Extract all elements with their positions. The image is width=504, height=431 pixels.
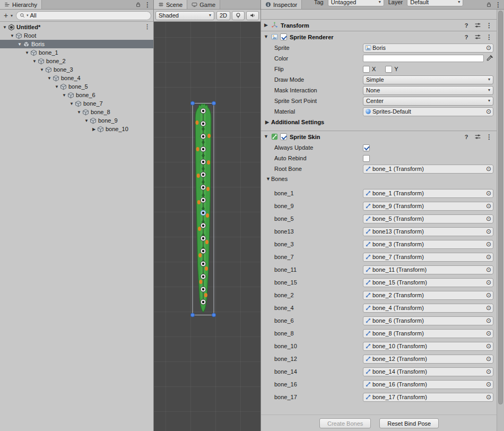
object-picker-icon[interactable]: ⊙ (486, 216, 491, 222)
bone-object-field[interactable]: bone_11 (Transform) ⊙ (363, 265, 493, 274)
additional-settings-foldout[interactable]: Additional Settings (261, 117, 497, 127)
tag-dropdown[interactable]: Untagged ▾ (328, 0, 384, 6)
help-icon[interactable] (463, 22, 470, 29)
foldout-arrow[interactable]: ▼ (16, 42, 23, 47)
kebab-menu-icon[interactable]: ⋮ (144, 2, 151, 8)
sprite-renderer-header[interactable]: Sprite Renderer ⋮ (261, 31, 497, 42)
foldout-arrow-icon[interactable] (265, 177, 271, 182)
object-picker-icon[interactable]: ⊙ (486, 356, 491, 362)
tab-scene[interactable]: Scene (154, 0, 187, 9)
hierarchy-row[interactable]: ▼ bone_6 (0, 91, 153, 99)
hierarchy-row[interactable]: ▼ bone_7 (0, 99, 153, 108)
hierarchy-row[interactable]: ▼ bone_1 (0, 48, 153, 57)
bone-object-field[interactable]: bone_15 (Transform) ⊙ (363, 278, 493, 287)
bone-object-field[interactable]: bone_12 (Transform) ⊙ (363, 355, 493, 364)
bone-object-field[interactable]: bone_17 (Transform) ⊙ (363, 393, 493, 402)
object-picker-icon[interactable]: ⊙ (486, 254, 491, 260)
hierarchy-row[interactable]: ▶ bone_10 (0, 125, 153, 133)
create-dropdown-caret[interactable]: ▾ (11, 13, 15, 18)
layer-dropdown[interactable]: Default ▾ (407, 0, 463, 6)
flip-x-checkbox[interactable] (363, 66, 370, 73)
object-picker-icon[interactable]: ⊙ (486, 108, 491, 115)
scene-canvas[interactable] (154, 22, 260, 431)
bones-foldout[interactable]: Bones (261, 174, 497, 184)
shading-mode-dropdown[interactable]: Shaded ▾ (155, 11, 214, 20)
foldout-arrow-icon[interactable] (263, 23, 269, 28)
bone-object-field[interactable]: bone_4 (Transform) ⊙ (363, 304, 493, 313)
tab-inspector[interactable]: Inspector (261, 0, 302, 9)
hierarchy-row[interactable]: ▼ bone_3 (0, 65, 153, 74)
bone-object-field[interactable]: bone_10 (Transform) ⊙ (363, 342, 493, 351)
scrollbar-thumb[interactable] (498, 11, 503, 404)
foldout-arrow[interactable]: ▼ (31, 59, 38, 64)
hierarchy-row[interactable]: ▼ bone_5 (0, 82, 153, 91)
object-picker-icon[interactable]: ⊙ (486, 279, 491, 286)
tab-hierarchy[interactable]: Hierarchy (0, 0, 42, 9)
object-picker-icon[interactable]: ⊙ (486, 394, 491, 400)
help-icon[interactable] (463, 34, 470, 40)
sprite-sort-point-dropdown[interactable]: Center ▾ (363, 97, 493, 106)
object-picker-icon[interactable]: ⊙ (486, 266, 491, 273)
material-object-field[interactable]: Sprites-Default ⊙ (363, 107, 493, 116)
bone-object-field[interactable]: bone13 (Transform) ⊙ (363, 227, 493, 236)
object-picker-icon[interactable]: ⊙ (486, 368, 491, 375)
foldout-arrow[interactable]: ▼ (46, 76, 53, 81)
presets-icon[interactable] (474, 33, 481, 40)
object-picker-icon[interactable]: ⊙ (486, 330, 491, 337)
auto-rebind-checkbox[interactable] (363, 155, 370, 162)
scene-viewport[interactable] (154, 22, 260, 431)
bone-object-field[interactable]: bone_1 (Transform) ⊙ (363, 189, 493, 198)
foldout-arrow[interactable]: ▼ (9, 33, 15, 38)
foldout-arrow[interactable]: ▼ (39, 67, 45, 72)
foldout-arrow[interactable]: ▼ (24, 50, 30, 55)
foldout-arrow[interactable]: ▼ (76, 110, 82, 115)
foldout-arrow[interactable]: ▶ (91, 127, 97, 132)
object-picker-icon[interactable]: ⊙ (486, 203, 491, 209)
eyedropper-icon[interactable] (486, 55, 493, 62)
foldout-arrow-icon[interactable] (263, 35, 269, 39)
audio-toggle-button[interactable] (246, 11, 259, 20)
bone-object-field[interactable]: bone_7 (Transform) ⊙ (363, 253, 493, 262)
object-picker-icon[interactable]: ⊙ (486, 381, 491, 387)
mask-interaction-dropdown[interactable]: None ▾ (363, 86, 493, 95)
bone-object-field[interactable]: bone_2 (Transform) ⊙ (363, 291, 493, 300)
foldout-arrow[interactable]: ▼ (54, 84, 60, 89)
bone-object-field[interactable]: bone_16 (Transform) ⊙ (363, 380, 493, 389)
foldout-arrow-icon[interactable] (263, 134, 269, 139)
kebab-menu-icon[interactable]: ⋮ (486, 134, 492, 140)
sprite-object-field[interactable]: Boris ⊙ (363, 44, 493, 53)
lighting-toggle-button[interactable] (232, 11, 245, 20)
hierarchy-row[interactable]: ▼ bone_2 (0, 57, 153, 65)
foldout-arrow[interactable]: ▼ (61, 93, 67, 98)
foldout-arrow[interactable]: ▼ (2, 25, 8, 30)
object-picker-icon[interactable]: ⊙ (486, 190, 491, 196)
bone-object-field[interactable]: bone_3 (Transform) ⊙ (363, 240, 493, 249)
foldout-arrow[interactable]: ▼ (83, 118, 90, 123)
sprite-skin-header[interactable]: Sprite Skin ⋮ (261, 131, 497, 142)
bone-object-field[interactable]: bone_6 (Transform) ⊙ (363, 316, 493, 325)
presets-icon[interactable] (474, 22, 481, 29)
object-picker-icon[interactable]: ⊙ (486, 241, 491, 247)
presets-icon[interactable] (474, 133, 481, 140)
2d-toggle-button[interactable]: 2D (216, 11, 230, 20)
hierarchy-search-field[interactable]: ▾ All (16, 11, 151, 20)
object-picker-icon[interactable]: ⊙ (486, 45, 491, 51)
object-picker-icon[interactable]: ⊙ (486, 292, 491, 298)
create-bones-button[interactable]: Create Bones (319, 418, 371, 428)
hierarchy-row[interactable]: ▼ bone_9 (0, 116, 153, 125)
reset-bind-pose-button[interactable]: Reset Bind Pose (379, 418, 439, 428)
color-field[interactable] (363, 55, 484, 62)
component-enabled-checkbox[interactable] (280, 133, 287, 140)
foldout-arrow-icon[interactable] (264, 120, 270, 125)
hierarchy-row[interactable]: ▼ bone_8 (0, 108, 153, 116)
hierarchy-row[interactable]: ▼ Untitled* ⋮ (0, 23, 153, 31)
bone-object-field[interactable]: bone_14 (Transform) ⊙ (363, 367, 493, 376)
object-picker-icon[interactable]: ⊙ (486, 317, 491, 324)
bone-object-field[interactable]: bone_8 (Transform) ⊙ (363, 329, 493, 338)
kebab-menu-icon[interactable]: ⋮ (486, 34, 492, 40)
search-filter-caret[interactable]: ▾ (27, 13, 29, 18)
bone-object-field[interactable]: bone_5 (Transform) ⊙ (363, 214, 493, 223)
flip-y-checkbox[interactable] (385, 66, 392, 73)
create-button[interactable]: + (2, 12, 10, 19)
object-picker-icon[interactable]: ⊙ (486, 305, 491, 311)
